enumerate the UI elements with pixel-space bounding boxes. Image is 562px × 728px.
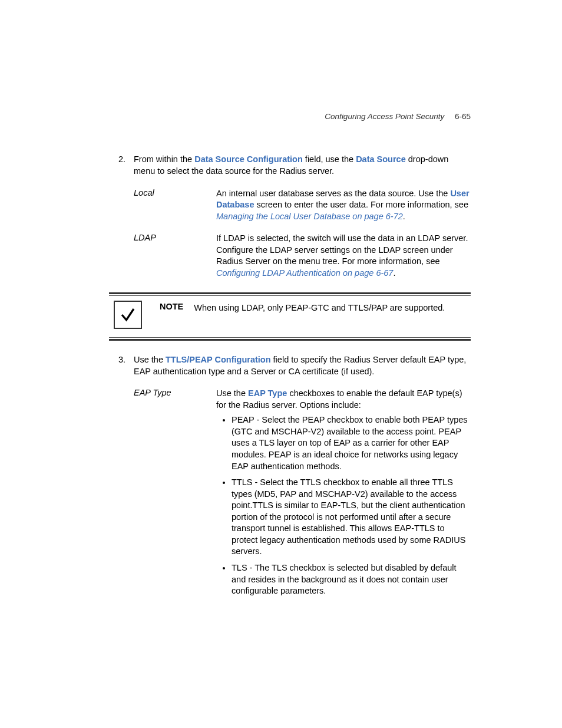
text: Use the: [216, 388, 248, 398]
note-text: When using LDAP, only PEAP-GTC and TTLS/…: [194, 302, 471, 314]
eap-options-list: PEAP - Select the PEAP checkbox to enabl…: [216, 414, 471, 597]
text: An internal user database serves as the …: [216, 189, 450, 198]
text: field, use the: [303, 154, 356, 164]
bold-text: Data Source: [356, 154, 406, 164]
list-item: TTLS - Select the TTLS checkbox to enabl…: [232, 477, 471, 558]
definition-row-ldap: LDAP If LDAP is selected, the switch wil…: [134, 233, 471, 279]
text: .: [403, 212, 405, 221]
step-2-block: 2. From within the Data Source Configura…: [109, 153, 471, 177]
step-number: 2.: [109, 153, 134, 177]
step-2-body: From within the Data Source Configuratio…: [134, 153, 471, 177]
definition-table-datasource: Local An internal user database serves a…: [134, 188, 471, 279]
step-3-body: Use the TTLS/PEAP Configuration field to…: [134, 354, 471, 378]
text: .: [393, 268, 395, 278]
checkmark-icon: [114, 301, 142, 329]
bold-text: EAP Type: [248, 388, 287, 398]
definition-row-local: Local An internal user database serves a…: [134, 188, 471, 223]
document-page: Configuring Access Point Security 6-65 2…: [0, 0, 562, 662]
text: If LDAP is selected, the switch will use…: [216, 233, 468, 266]
step-number: 3.: [109, 354, 134, 378]
text: screen to enter the user data. For more …: [254, 200, 468, 209]
bold-text: TTLS/PEAP Configuration: [166, 355, 271, 364]
page-header: Configuring Access Point Security 6-65: [109, 112, 471, 121]
header-title: Configuring Access Point Security: [325, 112, 444, 121]
definition-row-eaptype: EAP Type Use the EAP Type checkboxes to …: [134, 388, 471, 602]
header-page-number: 6-65: [455, 112, 471, 121]
def-term: EAP Type: [134, 388, 216, 602]
def-term: LDAP: [134, 233, 216, 279]
note-label: NOTE: [160, 302, 183, 314]
def-desc: Use the EAP Type checkboxes to enable th…: [216, 388, 471, 602]
step-3-block: 3. Use the TTLS/PEAP Configuration field…: [109, 354, 471, 378]
list-item: TLS - The TLS checkbox is selected but d…: [232, 562, 471, 597]
note-callout: NOTE When using LDAP, only PEAP-GTC and …: [109, 292, 471, 341]
def-term: Local: [134, 188, 216, 223]
bold-text: Data Source Configuration: [194, 154, 303, 164]
definition-table-eap: EAP Type Use the EAP Type checkboxes to …: [134, 388, 471, 602]
def-desc: An internal user database serves as the …: [216, 188, 471, 223]
text: From within the: [134, 154, 194, 164]
cross-reference-link[interactable]: Configuring LDAP Authentication on page …: [216, 268, 393, 278]
cross-reference-link[interactable]: Managing the Local User Database on page…: [216, 212, 403, 221]
text: Use the: [134, 355, 166, 364]
def-desc: If LDAP is selected, the switch will use…: [216, 233, 471, 279]
list-item: PEAP - Select the PEAP checkbox to enabl…: [232, 414, 471, 472]
